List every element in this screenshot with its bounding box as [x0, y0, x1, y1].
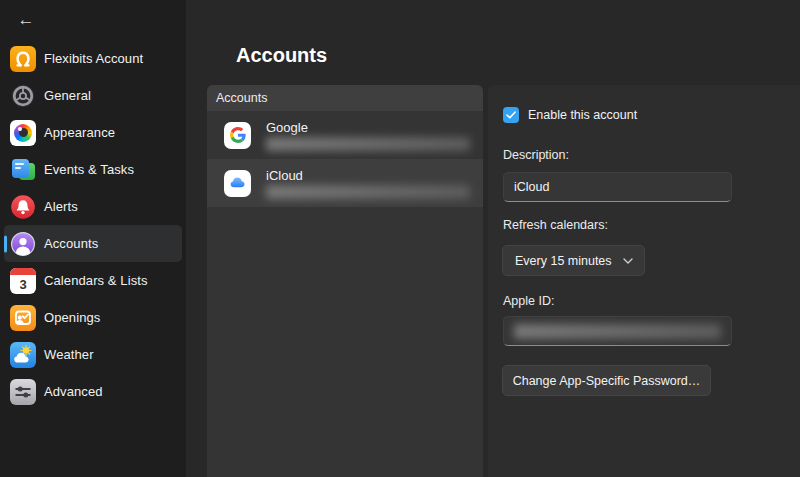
sidebar-item-label: Openings: [44, 310, 100, 325]
gear-icon: [10, 83, 36, 109]
flexibits-logo-icon: [10, 46, 36, 72]
accounts-person-icon: [10, 231, 36, 257]
events-tasks-icon: [10, 157, 36, 183]
change-password-button[interactable]: Change App-Specific Password…: [502, 365, 711, 396]
account-row-icloud[interactable]: iCloud: [207, 159, 483, 207]
apple-id-label: Apple ID:: [503, 294, 554, 308]
sidebar-item-flexibits-account[interactable]: Flexibits Account: [4, 40, 182, 77]
weather-icon: [10, 342, 36, 368]
calendar-icon: 3: [10, 268, 36, 294]
sidebar-item-weather[interactable]: Weather: [4, 336, 182, 373]
sidebar-item-general[interactable]: General: [4, 77, 182, 114]
account-name: iCloud: [266, 168, 470, 183]
sidebar-item-label: General: [44, 88, 91, 103]
sidebar-item-label: Weather: [44, 347, 94, 362]
sidebar-item-alerts[interactable]: Alerts: [4, 188, 182, 225]
sidebar-nav: Flexibits Account General Appeara: [4, 40, 182, 410]
page-title: Accounts: [236, 44, 327, 67]
redacted-email: [266, 185, 470, 199]
redacted-email: [266, 137, 470, 151]
sidebar-item-label: Alerts: [44, 199, 78, 214]
sidebar-item-label: Flexibits Account: [44, 51, 143, 66]
selection-indicator: [4, 235, 7, 252]
refresh-calendars-label: Refresh calendars:: [503, 218, 608, 232]
sidebar-item-calendars-lists[interactable]: 3 Calendars & Lists: [4, 262, 182, 299]
description-value: iCloud: [514, 180, 549, 194]
sidebar-item-appearance[interactable]: Appearance: [4, 114, 182, 151]
settings-window: ← Flexibits Account: [0, 0, 800, 477]
google-icon: [224, 122, 251, 149]
color-wheel-icon: [10, 120, 36, 146]
enable-account-label: Enable this account: [528, 108, 637, 122]
bell-icon: [10, 194, 36, 220]
calendar-badge: 3: [10, 275, 36, 294]
sidebar-item-label: Events & Tasks: [44, 162, 134, 177]
sidebar-item-label: Calendars & Lists: [44, 273, 148, 288]
account-detail-panel: Enable this account Description: iCloud …: [488, 85, 800, 477]
account-row-google[interactable]: Google: [207, 111, 483, 159]
redacted-apple-id: [514, 324, 721, 339]
refresh-calendars-dropdown[interactable]: Every 15 minutes: [502, 245, 645, 276]
sidebar-item-label: Accounts: [44, 236, 98, 251]
back-button[interactable]: ←: [14, 8, 38, 32]
description-input[interactable]: iCloud: [503, 172, 732, 202]
sidebar-item-label: Advanced: [44, 384, 103, 399]
checkbox-checked-icon[interactable]: [503, 107, 519, 123]
refresh-calendars-value: Every 15 minutes: [515, 254, 612, 268]
enable-account-checkbox[interactable]: Enable this account: [503, 107, 637, 123]
apple-id-input[interactable]: [503, 316, 732, 346]
accounts-list-panel: Accounts Google: [207, 85, 483, 477]
openings-icon: [10, 305, 36, 331]
sidebar-item-events-tasks[interactable]: Events & Tasks: [4, 151, 182, 188]
sidebar-item-label: Appearance: [44, 125, 115, 140]
sidebar: ← Flexibits Account: [0, 0, 186, 477]
sliders-icon: [10, 379, 36, 405]
sidebar-item-accounts[interactable]: Accounts: [4, 225, 182, 262]
icloud-icon: [224, 170, 251, 197]
account-name: Google: [266, 120, 470, 135]
description-label: Description:: [503, 148, 569, 162]
accounts-list-header: Accounts: [207, 85, 483, 111]
sidebar-item-advanced[interactable]: Advanced: [4, 373, 182, 410]
chevron-down-icon: [623, 258, 633, 264]
sidebar-item-openings[interactable]: Openings: [4, 299, 182, 336]
